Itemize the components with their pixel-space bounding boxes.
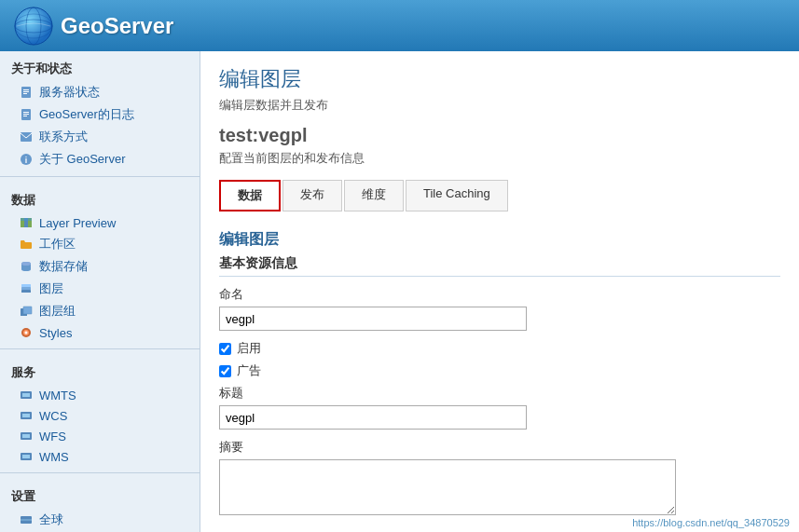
svg-rect-36 bbox=[22, 455, 30, 458]
svg-rect-6 bbox=[23, 91, 29, 92]
section-subtitle: 基本资源信息 bbox=[219, 255, 780, 277]
layout: 关于和状态 服务器状态 GeoServer的日志 联系方式 i 关于 GeoSe… bbox=[0, 51, 799, 532]
sidebar-section-services: 服务 bbox=[0, 355, 200, 385]
wfs-icon bbox=[19, 429, 34, 443]
layer-desc: 配置当前图层的和发布信息 bbox=[219, 150, 780, 167]
enabled-checkbox[interactable] bbox=[219, 343, 231, 355]
svg-rect-11 bbox=[23, 116, 27, 116]
enabled-row: 启用 bbox=[219, 340, 780, 357]
svg-rect-12 bbox=[21, 132, 32, 142]
svg-rect-7 bbox=[23, 93, 27, 94]
svg-point-20 bbox=[21, 262, 31, 266]
layer-name: test:vegpl bbox=[219, 125, 780, 146]
tab-data[interactable]: 数据 bbox=[219, 180, 281, 211]
sidebar-section-about: 关于和状态 bbox=[0, 51, 200, 81]
svg-rect-34 bbox=[22, 434, 30, 438]
sidebar-item-wmts-label: WMTS bbox=[39, 389, 76, 402]
svg-rect-32 bbox=[22, 414, 30, 417]
enabled-label: 启用 bbox=[237, 340, 261, 357]
svg-rect-23 bbox=[21, 284, 31, 287]
summary-label: 摘要 bbox=[219, 439, 780, 456]
folder-icon bbox=[19, 237, 34, 252]
name-input[interactable] bbox=[219, 307, 527, 331]
tabs: 数据 发布 维度 Tile Caching bbox=[219, 180, 780, 211]
title-input[interactable] bbox=[219, 405, 527, 430]
wcs-icon bbox=[19, 408, 34, 423]
sidebar-item-datastore[interactable]: 数据存储 bbox=[0, 255, 200, 278]
map-icon bbox=[19, 215, 34, 230]
sidebar-item-layers[interactable]: 图层 bbox=[0, 278, 200, 300]
sidebar-item-wfs-label: WFS bbox=[39, 430, 66, 443]
svg-rect-10 bbox=[23, 114, 29, 115]
sidebar-item-wms-label: WMS bbox=[39, 450, 69, 464]
sidebar-item-styles-label: Styles bbox=[39, 326, 72, 340]
sidebar-item-wms[interactable]: WMS bbox=[0, 446, 200, 467]
svg-rect-5 bbox=[23, 89, 29, 90]
wmts-icon bbox=[19, 388, 34, 402]
section-title: 编辑图层 bbox=[219, 230, 780, 250]
summary-textarea[interactable] bbox=[219, 459, 676, 515]
sidebar-item-layer-group[interactable]: 图层组 bbox=[0, 300, 200, 322]
logo-text: GeoServer bbox=[61, 13, 173, 39]
svg-point-0 bbox=[15, 7, 52, 45]
main-content: 编辑图层 编辑层数据并且发布 test:vegpl 配置当前图层的和发布信息 数… bbox=[200, 51, 799, 532]
divider-2 bbox=[0, 348, 200, 349]
svg-rect-22 bbox=[21, 287, 31, 290]
watermark: https://blog.csdn.net/qq_34870529 bbox=[632, 517, 790, 528]
sidebar-item-server-status-label: 服务器状态 bbox=[39, 84, 100, 101]
sidebar-item-global[interactable]: 全球 bbox=[0, 509, 200, 531]
page-subtitle: 编辑层数据并且发布 bbox=[219, 97, 780, 114]
sidebar-item-geoserver-log[interactable]: GeoServer的日志 bbox=[0, 103, 200, 126]
sidebar-item-layer-preview-label: Layer Preview bbox=[39, 216, 116, 230]
sidebar-item-about[interactable]: i 关于 GeoServer bbox=[0, 148, 200, 171]
wms-icon bbox=[19, 449, 34, 464]
svg-point-28 bbox=[25, 332, 28, 334]
sidebar: 关于和状态 服务器状态 GeoServer的日志 联系方式 i 关于 GeoSe… bbox=[0, 51, 200, 532]
svg-text:i: i bbox=[25, 156, 28, 165]
summary-field-group: 摘要 bbox=[219, 439, 780, 518]
tab-dimension[interactable]: 维度 bbox=[344, 180, 404, 211]
style-icon bbox=[19, 325, 34, 340]
sidebar-item-server-status[interactable]: 服务器状态 bbox=[0, 81, 200, 103]
sidebar-item-contact[interactable]: 联系方式 bbox=[0, 126, 200, 148]
svg-rect-21 bbox=[21, 290, 31, 293]
advertised-checkbox[interactable] bbox=[219, 365, 231, 377]
db-icon bbox=[19, 259, 34, 274]
sidebar-item-layers-label: 图层 bbox=[39, 280, 63, 297]
svg-rect-30 bbox=[22, 393, 30, 397]
group-icon bbox=[19, 304, 34, 319]
logo-globe-icon bbox=[14, 7, 53, 46]
svg-rect-18 bbox=[21, 218, 32, 221]
sidebar-section-data: 数据 bbox=[0, 183, 200, 212]
sidebar-item-workspace-label: 工作区 bbox=[39, 236, 76, 252]
divider-3 bbox=[0, 472, 200, 473]
logo-area: GeoServer bbox=[14, 7, 173, 46]
sidebar-section-settings: 设置 bbox=[0, 479, 200, 509]
log-doc-icon bbox=[19, 107, 34, 122]
advertised-row: 广告 bbox=[219, 362, 780, 379]
info-icon: i bbox=[19, 152, 34, 167]
sidebar-item-wcs-label: WCS bbox=[39, 409, 67, 423]
tab-tile-caching[interactable]: Tile Caching bbox=[406, 180, 508, 211]
advertised-label: 广告 bbox=[237, 362, 261, 379]
sidebar-item-workspace[interactable]: 工作区 bbox=[0, 233, 200, 255]
sidebar-item-about-label: 关于 GeoServer bbox=[39, 151, 125, 168]
title-label: 标题 bbox=[219, 385, 780, 402]
sidebar-item-layer-preview[interactable]: Layer Preview bbox=[0, 212, 200, 233]
svg-rect-25 bbox=[23, 307, 32, 314]
name-label: 命名 bbox=[219, 286, 780, 303]
sidebar-item-global-label: 全球 bbox=[39, 512, 63, 528]
divider-1 bbox=[0, 176, 200, 177]
svg-rect-9 bbox=[23, 112, 29, 113]
sidebar-item-datastore-label: 数据存储 bbox=[39, 258, 88, 275]
sidebar-item-styles[interactable]: Styles bbox=[0, 322, 200, 343]
sidebar-item-wfs[interactable]: WFS bbox=[0, 426, 200, 446]
sidebar-item-wmts[interactable]: WMTS bbox=[0, 385, 200, 405]
contact-icon bbox=[19, 130, 34, 144]
sidebar-item-contact-label: 联系方式 bbox=[39, 129, 88, 145]
title-field-group: 标题 bbox=[219, 385, 780, 430]
global-icon bbox=[19, 512, 34, 527]
tab-publish[interactable]: 发布 bbox=[282, 180, 342, 211]
sidebar-item-wcs[interactable]: WCS bbox=[0, 405, 200, 426]
layers-icon bbox=[19, 281, 34, 296]
